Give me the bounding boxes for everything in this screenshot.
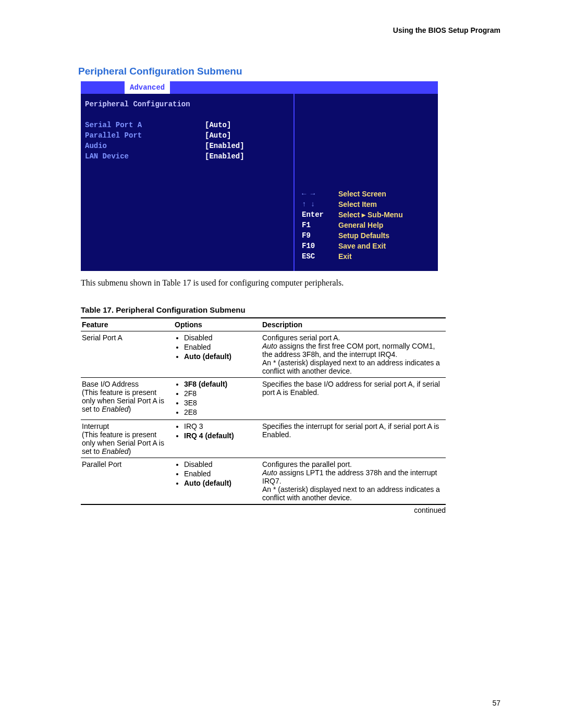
bios-help-row: F1General Help [302, 220, 434, 230]
bios-item-label: Audio [85, 141, 205, 151]
bios-help-desc: Select Screen [338, 189, 386, 199]
th-feature: Feature [81, 318, 174, 331]
bios-item-value: [Auto] [205, 120, 231, 130]
cell-description: Configures the parallel port.Auto assign… [261, 458, 446, 505]
bios-item-label: Parallel Port [85, 130, 205, 141]
bios-tabbar: Advanced [81, 81, 438, 94]
cell-feature: Serial Port A [81, 331, 174, 378]
bios-help-row: ESCExit [302, 251, 434, 262]
cell-options: DisabledEnabledAuto (default) [174, 331, 261, 378]
bios-tab-advanced: Advanced [125, 81, 170, 94]
cell-options: IRQ 3IRQ 4 (default) [174, 420, 261, 458]
cell-options: 3F8 (default)2F83E82E8 [174, 378, 261, 420]
bios-help-key: F1 [302, 220, 338, 230]
bios-item-row: Audio[Enabled] [85, 141, 289, 151]
table-row: Interrupt(This feature is present only w… [81, 420, 446, 458]
bios-help-desc: Select Item [338, 199, 377, 209]
cell-description: Specifies the base I/O address for seria… [261, 378, 446, 420]
bios-help-row: F9Setup Defaults [302, 230, 434, 241]
bios-item-row: LAN Device[Enabled] [85, 151, 289, 162]
bios-heading: Peripheral Configuration [85, 99, 190, 109]
cell-feature: Interrupt(This feature is present only w… [81, 420, 174, 458]
bios-item-value: [Enabled] [205, 151, 244, 162]
bios-help-row: EnterSelect ▸ Sub-Menu [302, 209, 434, 220]
cell-description: Specifies the interrupt for serial port … [261, 420, 446, 458]
bios-help-row: ← →Select Screen [302, 189, 434, 199]
bios-help-row: F10Save and Exit [302, 241, 434, 251]
table-row: Serial Port ADisabledEnabledAuto (defaul… [81, 331, 446, 378]
bios-help-row: ↑ ↓Select Item [302, 199, 434, 209]
table-row: Parallel PortDisabledEnabledAuto (defaul… [81, 458, 446, 505]
bios-item-label: Serial Port A [85, 120, 205, 130]
bios-item-row: Serial Port A[Auto] [85, 120, 289, 130]
bios-help-key: F10 [302, 241, 338, 251]
bios-help-pane: ← →Select Screen↑ ↓Select ItemEnterSelec… [293, 94, 438, 271]
cell-options: DisabledEnabledAuto (default) [174, 458, 261, 505]
cell-description: Configures serial port A.Auto assigns th… [261, 331, 446, 378]
bios-help-key: ↑ ↓ [302, 199, 338, 209]
bios-help-desc: Select ▸ Sub-Menu [338, 209, 403, 220]
bios-help-desc: Setup Defaults [338, 230, 389, 241]
bios-help-desc: Exit [338, 251, 352, 262]
bios-screenshot: Advanced Peripheral Configuration Serial… [81, 81, 438, 271]
running-header: Using the BIOS Setup Program [78, 26, 500, 34]
bios-help-desc: General Help [338, 220, 383, 230]
bios-help-key: ← → [302, 189, 338, 199]
bios-help-key: ESC [302, 251, 338, 262]
table-row: Base I/O Address(This feature is present… [81, 378, 446, 420]
cell-feature: Parallel Port [81, 458, 174, 505]
bios-help-key: F9 [302, 230, 338, 241]
bios-item-row: Parallel Port[Auto] [85, 130, 289, 141]
continued-label: continued [78, 506, 446, 514]
bios-item-value: [Enabled] [205, 141, 244, 151]
section-title: Peripheral Configuration Submenu [78, 66, 500, 77]
table-title: Table 17. Peripheral Configuration Subme… [81, 305, 500, 314]
th-description: Description [261, 318, 446, 331]
cell-feature: Base I/O Address(This feature is present… [81, 378, 174, 420]
feature-table: Feature Options Description Serial Port … [81, 317, 446, 505]
bios-help-key: Enter [302, 209, 338, 220]
bios-item-label: LAN Device [85, 151, 205, 162]
bios-item-value: [Auto] [205, 130, 231, 141]
bios-help-desc: Save and Exit [338, 241, 386, 251]
page-number: 57 [492, 699, 500, 707]
th-options: Options [174, 318, 261, 331]
caption-paragraph: This submenu shown in Table 17 is used f… [81, 278, 500, 288]
bios-left-pane: Peripheral Configuration Serial Port A[A… [81, 94, 293, 271]
